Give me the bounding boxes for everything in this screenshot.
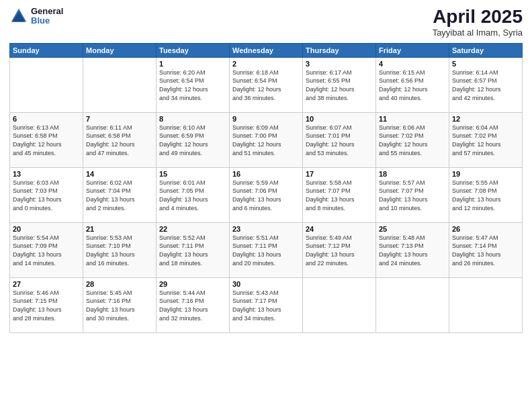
calendar-week-4: 20Sunrise: 5:54 AM Sunset: 7:09 PM Dayli… xyxy=(10,222,523,277)
calendar-cell: 21Sunrise: 5:53 AM Sunset: 7:10 PM Dayli… xyxy=(83,222,157,277)
day-info: Sunrise: 6:13 AM Sunset: 6:58 PM Dayligh… xyxy=(13,124,80,157)
calendar-cell: 17Sunrise: 5:58 AM Sunset: 7:07 PM Dayli… xyxy=(303,167,376,222)
day-number: 28 xyxy=(86,280,153,288)
day-number: 6 xyxy=(13,115,80,123)
day-number: 22 xyxy=(159,225,226,233)
day-header-saturday: Saturday xyxy=(449,43,523,57)
day-number: 30 xyxy=(232,280,300,288)
day-number: 15 xyxy=(159,170,226,178)
day-info: Sunrise: 5:57 AM Sunset: 7:07 PM Dayligh… xyxy=(379,179,446,212)
calendar-cell xyxy=(83,57,157,112)
title-block: April 2025 Tayyibat al Imam, Syria xyxy=(433,7,523,38)
calendar-cell: 13Sunrise: 6:03 AM Sunset: 7:03 PM Dayli… xyxy=(10,167,83,222)
calendar-week-3: 13Sunrise: 6:03 AM Sunset: 7:03 PM Dayli… xyxy=(10,167,523,222)
day-number: 2 xyxy=(232,60,300,68)
day-number: 12 xyxy=(452,115,519,123)
day-number: 21 xyxy=(86,225,153,233)
day-info: Sunrise: 5:55 AM Sunset: 7:08 PM Dayligh… xyxy=(452,179,519,212)
day-info: Sunrise: 5:44 AM Sunset: 7:16 PM Dayligh… xyxy=(159,289,226,322)
day-number: 5 xyxy=(452,60,519,68)
day-number: 18 xyxy=(379,170,446,178)
calendar-cell: 8Sunrise: 6:10 AM Sunset: 6:59 PM Daylig… xyxy=(157,112,230,167)
calendar-body: 1Sunrise: 6:20 AM Sunset: 6:54 PM Daylig… xyxy=(10,57,523,332)
calendar-cell: 4Sunrise: 6:15 AM Sunset: 6:56 PM Daylig… xyxy=(376,57,449,112)
day-info: Sunrise: 6:01 AM Sunset: 7:05 PM Dayligh… xyxy=(159,179,226,212)
calendar-cell: 11Sunrise: 6:06 AM Sunset: 7:02 PM Dayli… xyxy=(376,112,449,167)
logo-text: General Blue xyxy=(31,7,63,26)
day-number: 29 xyxy=(159,280,226,288)
day-number: 3 xyxy=(306,60,373,68)
calendar-cell: 20Sunrise: 5:54 AM Sunset: 7:09 PM Dayli… xyxy=(10,222,83,277)
day-number: 8 xyxy=(159,115,226,123)
day-number: 10 xyxy=(306,115,373,123)
day-info: Sunrise: 6:15 AM Sunset: 6:56 PM Dayligh… xyxy=(379,68,446,102)
day-info: Sunrise: 5:54 AM Sunset: 7:09 PM Dayligh… xyxy=(13,234,80,267)
calendar-cell xyxy=(449,277,523,332)
day-number: 19 xyxy=(452,170,519,178)
logo-general-text: General xyxy=(31,7,63,16)
calendar-cell: 22Sunrise: 5:52 AM Sunset: 7:11 PM Dayli… xyxy=(157,222,230,277)
logo: General Blue xyxy=(9,7,63,26)
calendar-cell: 28Sunrise: 5:45 AM Sunset: 7:16 PM Dayli… xyxy=(83,277,157,332)
day-info: Sunrise: 5:51 AM Sunset: 7:11 PM Dayligh… xyxy=(232,234,300,267)
day-info: Sunrise: 6:09 AM Sunset: 7:00 PM Dayligh… xyxy=(232,124,300,157)
calendar-cell: 5Sunrise: 6:14 AM Sunset: 6:57 PM Daylig… xyxy=(449,57,523,112)
day-number: 13 xyxy=(13,170,80,178)
calendar-cell: 23Sunrise: 5:51 AM Sunset: 7:11 PM Dayli… xyxy=(230,222,303,277)
calendar-cell: 9Sunrise: 6:09 AM Sunset: 7:00 PM Daylig… xyxy=(230,112,303,167)
calendar-week-1: 1Sunrise: 6:20 AM Sunset: 6:54 PM Daylig… xyxy=(10,57,523,112)
day-info: Sunrise: 6:04 AM Sunset: 7:02 PM Dayligh… xyxy=(452,124,519,157)
page: General Blue April 2025 Tayyibat al Imam… xyxy=(0,0,532,411)
calendar-cell: 7Sunrise: 6:11 AM Sunset: 6:58 PM Daylig… xyxy=(83,112,157,167)
day-number: 25 xyxy=(379,225,446,233)
logo-icon xyxy=(9,7,28,26)
day-info: Sunrise: 5:53 AM Sunset: 7:10 PM Dayligh… xyxy=(86,234,153,267)
day-number: 1 xyxy=(159,60,226,68)
calendar-cell: 19Sunrise: 5:55 AM Sunset: 7:08 PM Dayli… xyxy=(449,167,523,222)
calendar-cell: 30Sunrise: 5:43 AM Sunset: 7:17 PM Dayli… xyxy=(230,277,303,332)
day-info: Sunrise: 5:47 AM Sunset: 7:14 PM Dayligh… xyxy=(452,234,519,267)
day-number: 17 xyxy=(306,170,373,178)
calendar-cell: 26Sunrise: 5:47 AM Sunset: 7:14 PM Dayli… xyxy=(449,222,523,277)
calendar-cell: 10Sunrise: 6:07 AM Sunset: 7:01 PM Dayli… xyxy=(303,112,376,167)
day-header-tuesday: Tuesday xyxy=(157,43,230,57)
calendar-cell: 6Sunrise: 6:13 AM Sunset: 6:58 PM Daylig… xyxy=(10,112,83,167)
calendar-week-5: 27Sunrise: 5:46 AM Sunset: 7:15 PM Dayli… xyxy=(10,277,523,332)
calendar-cell: 15Sunrise: 6:01 AM Sunset: 7:05 PM Dayli… xyxy=(157,167,230,222)
day-number: 20 xyxy=(13,225,80,233)
calendar-cell: 29Sunrise: 5:44 AM Sunset: 7:16 PM Dayli… xyxy=(157,277,230,332)
day-info: Sunrise: 6:07 AM Sunset: 7:01 PM Dayligh… xyxy=(306,124,373,157)
calendar-cell: 24Sunrise: 5:49 AM Sunset: 7:12 PM Dayli… xyxy=(303,222,376,277)
day-number: 4 xyxy=(379,60,446,68)
day-info: Sunrise: 5:59 AM Sunset: 7:06 PM Dayligh… xyxy=(232,179,300,212)
calendar-cell: 16Sunrise: 5:59 AM Sunset: 7:06 PM Dayli… xyxy=(230,167,303,222)
day-header-thursday: Thursday xyxy=(303,43,376,57)
day-info: Sunrise: 6:18 AM Sunset: 6:54 PM Dayligh… xyxy=(232,68,300,102)
day-info: Sunrise: 6:11 AM Sunset: 6:58 PM Dayligh… xyxy=(86,124,153,157)
day-info: Sunrise: 6:14 AM Sunset: 6:57 PM Dayligh… xyxy=(452,68,519,102)
calendar-week-2: 6Sunrise: 6:13 AM Sunset: 6:58 PM Daylig… xyxy=(10,112,523,167)
header: General Blue April 2025 Tayyibat al Imam… xyxy=(9,7,523,38)
calendar-cell xyxy=(376,277,449,332)
day-info: Sunrise: 6:20 AM Sunset: 6:54 PM Dayligh… xyxy=(159,68,226,102)
day-number: 24 xyxy=(306,225,373,233)
month-title: April 2025 xyxy=(433,7,523,28)
day-info: Sunrise: 5:48 AM Sunset: 7:13 PM Dayligh… xyxy=(379,234,446,267)
day-header-wednesday: Wednesday xyxy=(230,43,303,57)
day-info: Sunrise: 6:10 AM Sunset: 6:59 PM Dayligh… xyxy=(159,124,226,157)
logo-blue-text: Blue xyxy=(31,16,63,26)
calendar-cell xyxy=(10,57,83,112)
day-header-sunday: Sunday xyxy=(10,43,83,57)
day-info: Sunrise: 5:45 AM Sunset: 7:16 PM Dayligh… xyxy=(86,289,153,322)
day-header-friday: Friday xyxy=(376,43,449,57)
day-header-monday: Monday xyxy=(83,43,157,57)
calendar-cell: 12Sunrise: 6:04 AM Sunset: 7:02 PM Dayli… xyxy=(449,112,523,167)
day-info: Sunrise: 6:06 AM Sunset: 7:02 PM Dayligh… xyxy=(379,124,446,157)
day-number: 16 xyxy=(232,170,300,178)
day-number: 9 xyxy=(232,115,300,123)
day-info: Sunrise: 6:17 AM Sunset: 6:55 PM Dayligh… xyxy=(306,68,373,102)
day-number: 27 xyxy=(13,280,80,288)
day-number: 7 xyxy=(86,115,153,123)
day-number: 14 xyxy=(86,170,153,178)
calendar-cell: 1Sunrise: 6:20 AM Sunset: 6:54 PM Daylig… xyxy=(157,57,230,112)
